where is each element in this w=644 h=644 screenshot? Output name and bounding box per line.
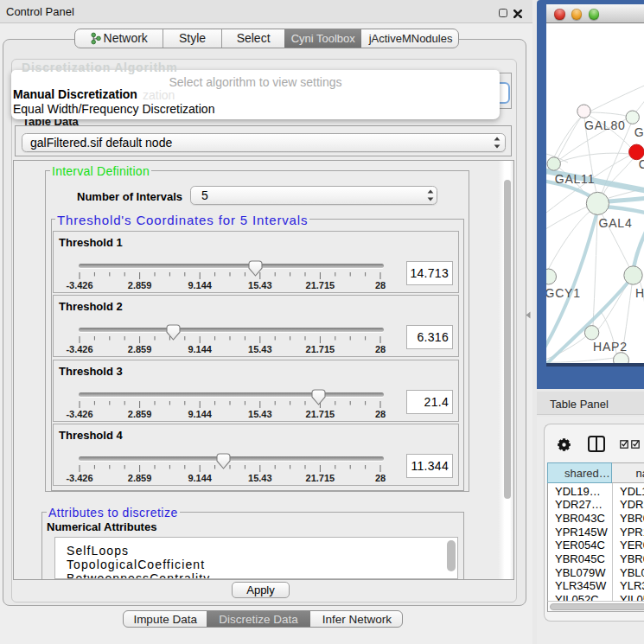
svg-text:GAL80: GAL80 (584, 118, 626, 132)
svg-text:HA: HA (635, 286, 644, 300)
svg-text:GAL4: GAL4 (599, 216, 633, 230)
svg-text:HAP2: HAP2 (593, 340, 628, 354)
svg-text:GAL11: GAL11 (555, 172, 596, 186)
svg-text:GA: GA (634, 125, 644, 139)
svg-text:CR: CR (639, 157, 644, 171)
svg-text:GCY1: GCY1 (546, 286, 581, 300)
